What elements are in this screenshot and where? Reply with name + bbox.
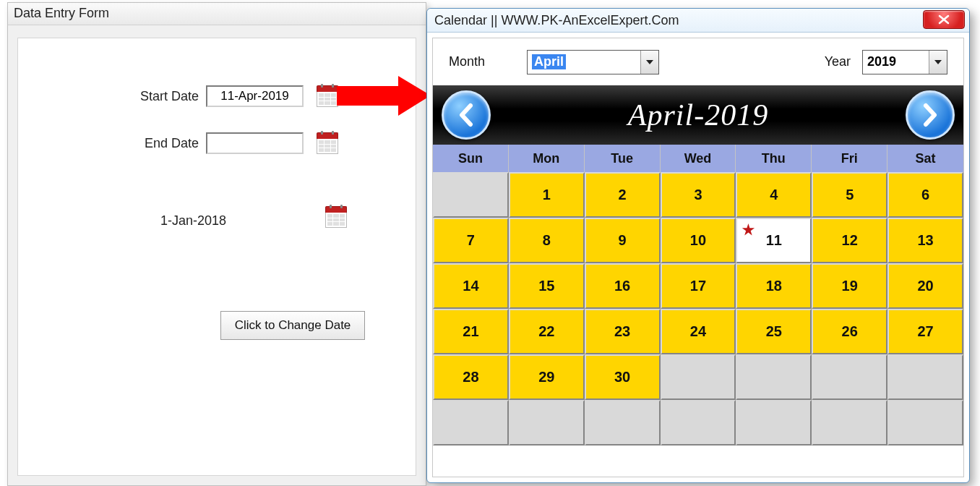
day-cell[interactable]: 17 [661,263,736,309]
day-cell[interactable]: 12 [812,218,887,263]
end-date-label: End Date [134,136,199,151]
day-cell[interactable]: 21 [433,309,509,354]
dow-sat: Sat [887,145,963,172]
day-cell[interactable]: 23 [585,309,661,354]
day-cell[interactable]: 27 [887,309,963,354]
close-button[interactable] [923,10,965,29]
chevron-down-icon [929,51,947,74]
day-cell [812,354,887,400]
year-value: 2019 [867,54,896,69]
year-combobox[interactable]: 2019 [862,50,947,74]
calendar-window: Calendar || WWW.PK-AnExcelExpert.Com Mon… [426,8,970,483]
day-cell[interactable]: 18 [736,263,812,309]
month-label: Month [449,54,485,69]
day-cell [433,400,509,446]
start-date-row: Start Date [134,85,338,107]
day-cell[interactable]: 5 [812,172,887,218]
calendar-icon[interactable] [317,85,338,107]
data-entry-form-window: Data Entry Form Start Date End Date 1-Ja… [7,2,426,486]
dow-wed: Wed [661,145,736,172]
calendar-client-area: Month April Year 2019 April-2019 [432,38,964,477]
month-combobox[interactable]: April [527,50,659,74]
day-cell [509,400,585,446]
day-cell [887,354,963,400]
month-banner: April-2019 [433,85,963,145]
end-date-row: End Date [134,132,338,154]
day-cell[interactable]: 6 [887,172,963,218]
dow-header: Sun Mon Tue Wed Thu Fri Sat [433,145,963,172]
form-client-area: Start Date End Date 1-Jan-2018 Click to … [17,38,416,476]
form-title: Data Entry Form [14,6,109,20]
day-cell [585,400,661,446]
day-cell[interactable]: 3 [661,172,736,218]
close-icon [937,14,950,25]
day-cell[interactable]: 13 [887,218,963,263]
day-cell[interactable]: 9 [585,218,661,263]
calendar-title: Calendar || WWW.PK-AnExcelExpert.Com [427,13,679,28]
day-cell[interactable]: 30 [585,354,661,400]
prev-month-button[interactable] [442,90,491,140]
chevron-down-icon [640,51,658,74]
calendar-titlebar: Calendar || WWW.PK-AnExcelExpert.Com [427,9,969,33]
day-cell[interactable]: 10 [661,218,736,263]
day-cell [887,400,963,446]
day-cell[interactable]: 15 [509,263,585,309]
day-cell[interactable]: 28 [433,354,509,400]
day-cell[interactable]: 20 [887,263,963,309]
form-titlebar: Data Entry Form [8,3,426,25]
start-date-label: Start Date [134,89,199,104]
selector-row: Month April Year 2019 [433,38,963,85]
month-value: April [532,54,566,69]
day-cell [661,354,736,400]
end-date-input[interactable] [206,132,304,154]
day-cell [661,400,736,446]
banner-title: April-2019 [491,98,906,132]
day-cell[interactable]: 22 [509,309,585,354]
dow-fri: Fri [812,145,887,172]
dow-tue: Tue [585,145,661,172]
change-date-button[interactable]: Click to Change Date [220,311,365,340]
day-cell[interactable]: 16 [585,263,661,309]
day-cell[interactable]: 7 [433,218,509,263]
day-cell [736,400,812,446]
day-grid: 1234567891011121314151617181920212223242… [433,172,963,446]
chevron-left-icon [456,103,476,127]
day-cell[interactable]: 14 [433,263,509,309]
day-cell[interactable]: 19 [812,263,887,309]
dow-mon: Mon [509,145,585,172]
day-cell[interactable]: 1 [509,172,585,218]
day-cell[interactable]: 25 [736,309,812,354]
static-date-text: 1-Jan-2018 [160,213,226,229]
next-month-button[interactable] [906,90,955,140]
day-cell[interactable]: 24 [661,309,736,354]
year-label: Year [825,54,851,69]
day-cell[interactable]: 2 [585,172,661,218]
day-cell[interactable]: 29 [509,354,585,400]
calendar-icon[interactable] [317,132,338,154]
chevron-right-icon [920,103,940,127]
day-cell[interactable]: 8 [509,218,585,263]
day-cell[interactable]: 11 [736,218,812,263]
day-cell[interactable]: 4 [736,172,812,218]
day-cell [736,354,812,400]
calendar-icon[interactable] [325,206,347,228]
dow-sun: Sun [433,145,509,172]
day-cell [433,172,509,218]
start-date-input[interactable] [206,85,304,107]
day-cell [812,400,887,446]
dow-thu: Thu [736,145,812,172]
day-cell[interactable]: 26 [812,309,887,354]
